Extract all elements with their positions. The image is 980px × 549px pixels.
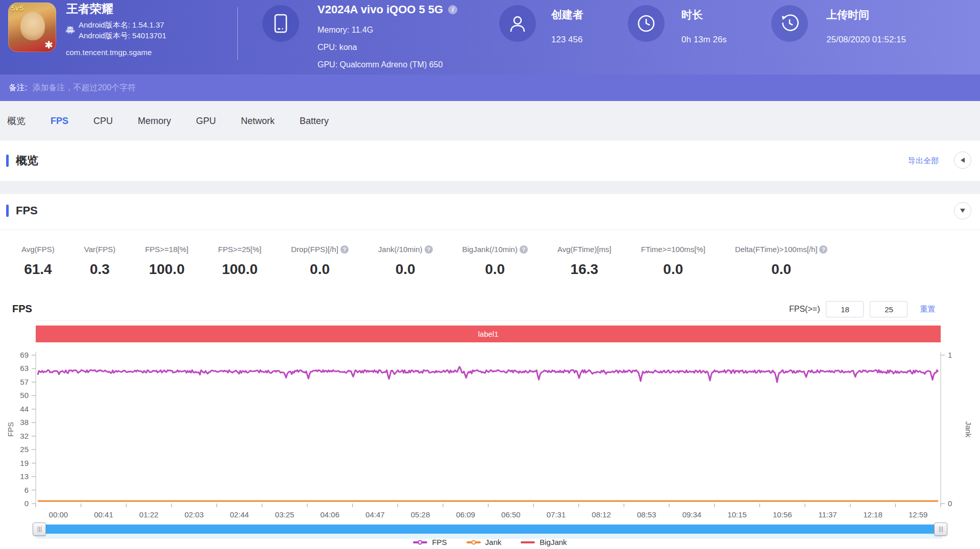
svg-text:01:22: 01:22 xyxy=(139,510,159,519)
stat-4: Drop(FPS)[/h]?0.0 xyxy=(291,245,349,278)
svg-text:1: 1 xyxy=(948,351,952,359)
section-gap xyxy=(0,182,980,194)
stat-value: 0.0 xyxy=(378,261,433,278)
app-title: 王者荣耀 xyxy=(66,1,113,17)
svg-text:FPS: FPS xyxy=(6,422,15,437)
datazoom-handle-right[interactable] xyxy=(934,522,947,536)
tab-fps[interactable]: FPS xyxy=(51,116,68,127)
stat-5: Jank(/10min)?0.0 xyxy=(378,245,433,278)
svg-text:03:25: 03:25 xyxy=(275,510,295,519)
annotation-label-text: label1 xyxy=(478,330,498,338)
overview-section-title: 概览 xyxy=(16,153,38,168)
stat-7: Avg(FTime)[ms]16.3 xyxy=(557,245,611,278)
game-app-icon: 5v5 ✱ xyxy=(8,3,56,52)
legend-label: FPS xyxy=(432,538,447,546)
svg-text:07:31: 07:31 xyxy=(547,510,566,519)
reset-link[interactable]: 重置 xyxy=(920,305,935,314)
creator-icon xyxy=(499,5,536,42)
svg-text:12:18: 12:18 xyxy=(863,510,883,519)
triangle-left-icon xyxy=(960,157,965,163)
legend-item-fps[interactable]: FPS xyxy=(413,538,447,546)
chart-top-divider xyxy=(36,320,941,321)
fps-stats-row: Avg(FPS)61.4Var(FPS)0.3FPS>=18[%]100.0FP… xyxy=(21,245,827,278)
tab-gpu[interactable]: GPU xyxy=(196,116,216,127)
legend-line-icon xyxy=(413,541,427,543)
svg-text:32: 32 xyxy=(20,432,29,440)
fps-section-title: FPS xyxy=(16,204,38,217)
svg-text:57: 57 xyxy=(20,378,29,386)
duration-value: 0h 13m 26s xyxy=(681,35,727,45)
svg-text:6: 6 xyxy=(24,486,29,494)
stat-label: Avg(FPS) xyxy=(21,245,55,254)
fps-line-chart[interactable]: 6963575044383225191360FPS10Jank00:0000:4… xyxy=(0,348,980,521)
metric-tabbar: 概览FPSCPUMemoryGPUNetworkBattery xyxy=(0,101,980,141)
divider xyxy=(0,230,980,230)
duration-icon xyxy=(628,5,665,42)
creator-label: 创建者 xyxy=(551,8,583,22)
legend-item-bigjank[interactable]: BigJank xyxy=(521,538,567,546)
help-icon[interactable]: ? xyxy=(819,245,827,254)
note-bar: 备注: 添加备注，不超过200个字符 xyxy=(0,74,980,101)
package-name: com.tencent.tmgp.sgame xyxy=(66,48,152,57)
stat-label: FTime>=100ms[%] xyxy=(641,245,705,254)
svg-text:44: 44 xyxy=(20,405,29,413)
svg-text:08:53: 08:53 xyxy=(637,510,656,519)
svg-text:06:50: 06:50 xyxy=(501,510,521,519)
fps-collapse-button[interactable] xyxy=(954,202,971,219)
stat-label: Jank(/10min) xyxy=(378,245,423,254)
legend-item-jank[interactable]: Jank xyxy=(467,538,502,546)
stat-value: 0.0 xyxy=(735,261,828,278)
svg-text:02:44: 02:44 xyxy=(230,510,249,519)
export-all-link[interactable]: 导出全部 xyxy=(908,156,939,166)
note-input[interactable]: 添加备注，不超过200个字符 xyxy=(32,83,136,93)
fps-threshold-input-1[interactable] xyxy=(826,301,864,317)
svg-text:05:28: 05:28 xyxy=(411,510,430,519)
legend-label: Jank xyxy=(485,538,502,546)
chart-legend: FPSJankBigJank xyxy=(0,538,980,546)
tab-cpu[interactable]: CPU xyxy=(93,116,113,127)
device-cpu: CPU: kona xyxy=(317,43,357,52)
duration-label: 时长 xyxy=(681,8,703,22)
upload-time-value: 25/08/2020 01:52:15 xyxy=(826,35,906,45)
help-icon[interactable]: ? xyxy=(425,245,433,254)
fps-threshold-input-2[interactable] xyxy=(870,301,908,317)
tab-network[interactable]: Network xyxy=(241,116,275,127)
svg-text:38: 38 xyxy=(20,418,29,427)
upload-time-label: 上传时间 xyxy=(826,8,869,22)
help-icon[interactable]: ? xyxy=(520,245,528,254)
stat-label: Var(FPS) xyxy=(84,245,115,254)
android-robot-icon xyxy=(66,24,75,36)
annotation-label-bar[interactable]: label1 xyxy=(36,326,941,342)
svg-text:04:06: 04:06 xyxy=(320,510,339,519)
creator-value: 123 456 xyxy=(551,35,582,45)
stat-1: Var(FPS)0.3 xyxy=(84,245,115,278)
tab-概览[interactable]: 概览 xyxy=(7,115,26,127)
stat-label: FPS>=18[%] xyxy=(145,245,188,254)
game-icon-star: ✱ xyxy=(44,39,53,51)
stat-8: FTime>=100ms[%]0.0 xyxy=(641,245,705,278)
device-info-icon[interactable]: i xyxy=(448,5,457,14)
stat-value: 61.4 xyxy=(21,261,55,278)
datazoom-handle-left[interactable] xyxy=(33,522,46,536)
legend-line-icon xyxy=(521,541,535,543)
svg-text:04:47: 04:47 xyxy=(365,510,385,519)
device-name: V2024A vivo iQOO 5 5G xyxy=(317,3,443,16)
overview-collapse-button[interactable] xyxy=(954,152,971,169)
overview-section: 概览 导出全部 xyxy=(0,141,980,182)
tab-battery[interactable]: Battery xyxy=(300,116,329,127)
stat-label: BigJank(/10min) xyxy=(462,245,518,254)
datazoom-scrollbar[interactable] xyxy=(36,525,942,534)
report-header: 5v5 ✱ 王者荣耀 Android版本名: 1.54.1.37 Android… xyxy=(0,0,980,74)
device-memory: Memory: 11.4G xyxy=(317,26,373,35)
legend-line-icon xyxy=(467,541,481,543)
stat-value: 0.0 xyxy=(641,261,705,278)
svg-text:63: 63 xyxy=(20,364,29,372)
android-version-code: Android版本号: 54013701 xyxy=(79,30,166,41)
game-icon-art xyxy=(20,12,45,40)
game-icon-5v5-badge: 5v5 xyxy=(11,4,23,12)
help-icon[interactable]: ? xyxy=(340,245,349,254)
stat-value: 16.3 xyxy=(557,261,611,278)
stat-2: FPS>=18[%]100.0 xyxy=(145,245,188,278)
tab-memory[interactable]: Memory xyxy=(138,116,171,127)
fps-threshold-label: FPS(>=) xyxy=(789,305,820,314)
